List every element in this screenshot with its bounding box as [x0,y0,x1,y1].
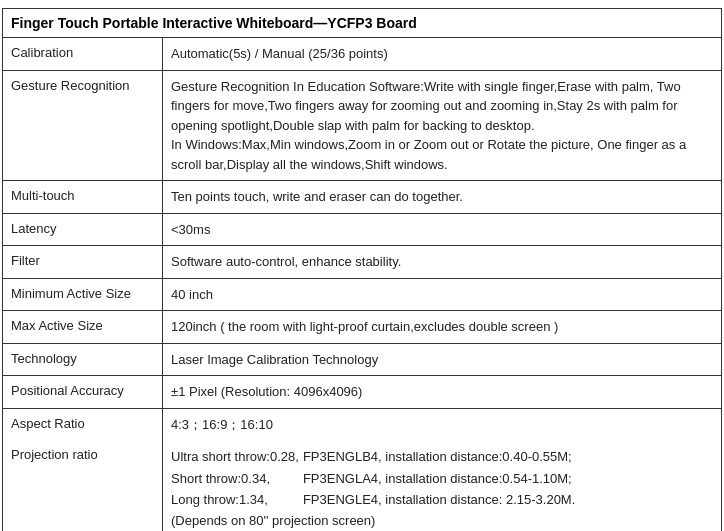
table-row-9: Aspect Ratio4:3；16:9；16:10 [3,409,721,441]
projection-note: (Depends on 80'' projection screen) [171,511,713,531]
table-row-8: Positional Accuracy±1 Pixel (Resolution:… [3,376,721,409]
proj-col1-2: Long throw:1.34, [171,489,303,511]
label-projection-ratio: Projection ratio [3,440,163,531]
projection-row-0: Ultra short throw:0.28,FP3ENGLB4, instal… [171,446,713,468]
table-row-6: Max Active Size120inch ( the room with l… [3,311,721,344]
table-row-3: Latency<30ms [3,214,721,247]
value-0: Automatic(5s) / Manual (25/36 points) [163,38,721,70]
table-row-5: Minimum Active Size40 inch [3,279,721,312]
projection-row-2: Long throw:1.34,FP3ENGLE4, installation … [171,489,713,511]
label-5: Minimum Active Size [3,279,163,311]
table-title: Finger Touch Portable Interactive Whiteb… [3,9,721,38]
label-7: Technology [3,344,163,376]
label-6: Max Active Size [3,311,163,343]
value-projection-ratio: Ultra short throw:0.28,FP3ENGLB4, instal… [163,440,721,531]
value-4: Software auto-control, enhance stability… [163,246,721,278]
value-7: Laser Image Calibration Technology [163,344,721,376]
proj-col1-1: Short throw:0.34, [171,468,303,490]
value-8: ±1 Pixel (Resolution: 4096x4096) [163,376,721,408]
table-row-1: Gesture RecognitionGesture Recognition I… [3,71,721,182]
label-1: Gesture Recognition [3,71,163,181]
value-3: <30ms [163,214,721,246]
proj-col2-0: FP3ENGLB4, installation distance:0.40-0.… [303,446,713,468]
projection-row-1: Short throw:0.34,FP3ENGLA4, installation… [171,468,713,490]
proj-col2-2: FP3ENGLE4, installation distance: 2.15-3… [303,489,713,511]
label-4: Filter [3,246,163,278]
value-6: 120inch ( the room with light-proof curt… [163,311,721,343]
value-5: 40 inch [163,279,721,311]
table-row-4: FilterSoftware auto-control, enhance sta… [3,246,721,279]
projection-table: Ultra short throw:0.28,FP3ENGLB4, instal… [171,446,713,511]
label-9: Aspect Ratio [3,409,163,441]
proj-col2-1: FP3ENGLA4, installation distance:0.54-1.… [303,468,713,490]
label-8: Positional Accuracy [3,376,163,408]
label-0: Calibration [3,38,163,70]
table-row-7: TechnologyLaser Image Calibration Techno… [3,344,721,377]
table-row-2: Multi-touchTen points touch, write and e… [3,181,721,214]
label-3: Latency [3,214,163,246]
spec-table: Finger Touch Portable Interactive Whiteb… [2,8,722,531]
value-2: Ten points touch, write and eraser can d… [163,181,721,213]
table-row-0: CalibrationAutomatic(5s) / Manual (25/36… [3,38,721,71]
proj-col1-0: Ultra short throw:0.28, [171,446,303,468]
label-2: Multi-touch [3,181,163,213]
table-row-projection: Projection ratio Ultra short throw:0.28,… [3,440,721,531]
value-9: 4:3；16:9；16:10 [163,409,721,441]
value-1: Gesture Recognition In Education Softwar… [163,71,721,181]
